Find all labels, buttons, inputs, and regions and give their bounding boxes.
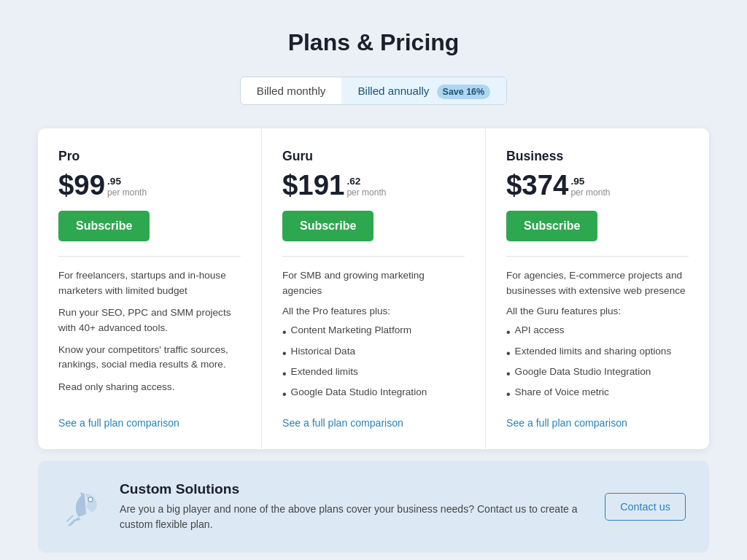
business-desc-1: For agencies, E-commerce projects and bu… [506, 268, 689, 298]
save-badge: Save 16% [437, 85, 491, 99]
plan-pro-price-main: $99 [58, 171, 105, 199]
business-feature-1: API access [506, 322, 689, 343]
plan-business-name: Business [506, 149, 689, 164]
pro-see-comparison[interactable]: See a full plan comparison [58, 417, 241, 429]
plan-guru-price-period: per month [347, 187, 386, 198]
plan-pro-price-period: per month [107, 187, 147, 198]
custom-solutions-section: Custom Solutions Are you a big player an… [38, 461, 709, 553]
custom-solutions-text: Custom Solutions Are you a big player an… [120, 481, 590, 532]
pro-divider [58, 256, 241, 257]
guru-desc-1: For SMB and growing marketing agencies [282, 268, 465, 298]
plan-pro-price-cents: .95 [107, 176, 147, 187]
plan-business-price-period: per month [570, 187, 610, 198]
plans-container: Pro $99 .95 per month Subscribe For free… [38, 128, 709, 449]
plan-pro-price-row: $99 .95 per month [58, 171, 241, 199]
guru-feature-3: Extended limits [282, 364, 465, 384]
business-feature-4: Share of Voice metric [506, 384, 689, 405]
custom-solutions-desc: Are you a big player and none of the abo… [120, 502, 590, 532]
guru-see-comparison[interactable]: See a full plan comparison [282, 417, 465, 429]
guru-feature-4: Google Data Studio Integration [282, 384, 465, 405]
plan-guru-price-cents: .62 [347, 176, 386, 187]
plan-guru-name: Guru [282, 149, 465, 164]
guru-feature-1: Content Marketing Platform [282, 322, 465, 343]
rocket-icon [61, 485, 105, 529]
plan-guru: Guru $191 .62 per month Subscribe For SM… [262, 128, 486, 449]
business-subscribe-button[interactable]: Subscribe [506, 211, 597, 241]
guru-subscribe-button[interactable]: Subscribe [282, 211, 374, 241]
business-features-intro: All the Guru features plus: [506, 306, 689, 316]
contact-us-button[interactable]: Contact us [605, 493, 686, 521]
guru-feature-list: Content Marketing Platform Historical Da… [282, 322, 465, 405]
guru-divider [282, 256, 465, 257]
pro-desc-2: Run your SEO, PPC and SMM projects with … [58, 306, 241, 335]
business-see-comparison[interactable]: See a full plan comparison [506, 417, 689, 429]
business-feature-3: Google Data Studio Integration [506, 364, 689, 384]
custom-solutions-title: Custom Solutions [120, 481, 590, 497]
svg-marker-4 [74, 517, 80, 521]
pro-desc-3: Know your competitors' traffic sources, … [58, 343, 241, 373]
pro-desc-4: Read only sharing access. [58, 380, 241, 394]
business-divider [506, 256, 689, 257]
business-feature-2: Extended limits and sharing options [506, 343, 689, 364]
plan-pro: Pro $99 .95 per month Subscribe For free… [38, 128, 262, 449]
billing-toggle[interactable]: Billed monthly Billed annually Save 16% [240, 77, 507, 105]
guru-feature-2: Historical Data [282, 343, 465, 364]
pro-subscribe-button[interactable]: Subscribe [58, 211, 150, 241]
svg-line-1 [67, 516, 73, 521]
monthly-toggle[interactable]: Billed monthly [241, 77, 342, 104]
plan-business-price-main: $374 [506, 171, 568, 199]
business-feature-list: API access Extended limits and sharing o… [506, 322, 689, 405]
annually-toggle[interactable]: Billed annually Save 16% [341, 77, 506, 104]
plan-guru-price-main: $191 [282, 171, 344, 199]
plan-guru-price-row: $191 .62 per month [282, 171, 465, 199]
plan-business: Business $374 .95 per month Subscribe Fo… [486, 128, 709, 449]
guru-features-intro: All the Pro features plus: [282, 306, 465, 316]
svg-point-3 [88, 497, 93, 502]
plan-business-price-row: $374 .95 per month [506, 171, 689, 199]
pro-desc-1: For freelancers, startups and in-house m… [58, 268, 241, 298]
page-title: Plans & Pricing [288, 29, 460, 56]
plan-business-price-cents: .95 [570, 176, 610, 187]
plan-pro-name: Pro [58, 149, 241, 164]
